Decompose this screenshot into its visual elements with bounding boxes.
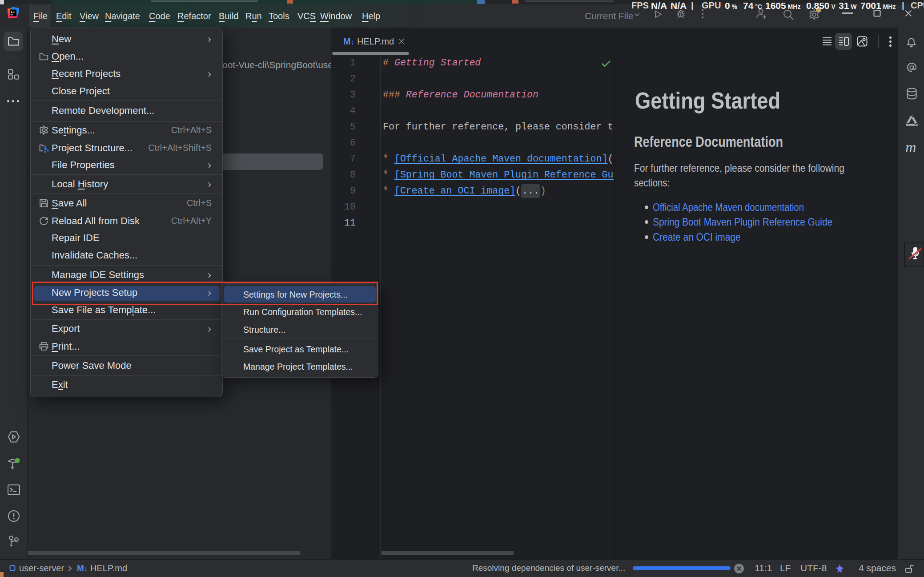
svg-text:IJ: IJ — [11, 10, 15, 14]
